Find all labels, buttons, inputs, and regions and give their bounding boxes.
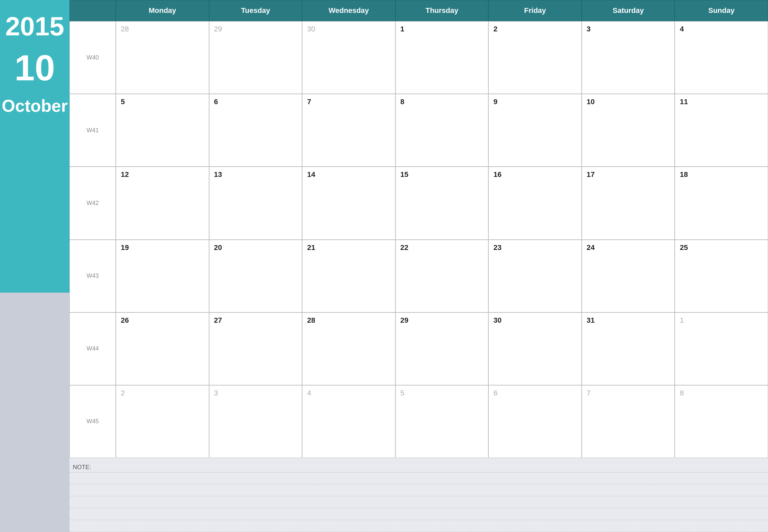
day-cell: 5 bbox=[116, 94, 209, 167]
week-label-W45: W45 bbox=[69, 385, 116, 458]
calendar-row-3: W4212131415161718 bbox=[69, 167, 768, 239]
day-cell: 7 bbox=[302, 94, 395, 167]
header-thursday: Thursday bbox=[395, 0, 489, 21]
day-cell: 30 bbox=[488, 312, 582, 385]
day-number: 5 bbox=[121, 98, 204, 106]
day-cell: 26 bbox=[116, 312, 209, 385]
week-label-W42: W42 bbox=[69, 167, 116, 239]
day-cell: 1 bbox=[395, 21, 489, 94]
day-cell: 14 bbox=[302, 167, 395, 239]
day-number: 24 bbox=[587, 243, 670, 252]
note-line-4 bbox=[69, 508, 768, 520]
day-number: 30 bbox=[307, 25, 390, 33]
day-cell: 3 bbox=[582, 21, 675, 94]
day-number: 20 bbox=[214, 243, 298, 252]
day-number: 23 bbox=[493, 243, 577, 252]
day-number: 21 bbox=[307, 243, 390, 252]
day-cell: 9 bbox=[488, 94, 582, 167]
notes-container: NOTE: bbox=[69, 458, 768, 532]
week-label-W40: W40 bbox=[69, 21, 116, 94]
day-number: 7 bbox=[587, 389, 670, 397]
note-label: NOTE: bbox=[69, 464, 768, 472]
week-label-W44: W44 bbox=[69, 312, 116, 385]
day-number: 2 bbox=[121, 389, 204, 397]
day-cell: 31 bbox=[582, 312, 675, 385]
sidebar: 2015 10 October bbox=[0, 0, 69, 532]
day-number: 26 bbox=[121, 316, 204, 325]
day-cell: 2 bbox=[488, 21, 582, 94]
calendar-row-2: W41567891011 bbox=[69, 94, 768, 167]
day-number: 2 bbox=[493, 25, 577, 33]
day-cell: 4 bbox=[675, 21, 768, 94]
day-cell: 20 bbox=[209, 240, 303, 312]
note-line-3 bbox=[69, 496, 768, 508]
day-number: 13 bbox=[214, 170, 298, 179]
day-number: 11 bbox=[680, 98, 763, 106]
day-cell: 13 bbox=[209, 167, 303, 239]
day-number: 28 bbox=[307, 316, 390, 325]
calendar-row-1: W402829301234 bbox=[69, 21, 768, 94]
day-cell: 16 bbox=[488, 167, 582, 239]
day-number: 6 bbox=[214, 98, 298, 106]
day-number: 16 bbox=[493, 170, 577, 179]
day-number: 18 bbox=[680, 170, 763, 179]
day-cell: 23 bbox=[488, 240, 582, 312]
day-number: 28 bbox=[121, 25, 204, 33]
header-tuesday: Tuesday bbox=[209, 0, 303, 21]
day-cell: 25 bbox=[675, 240, 768, 312]
day-number: 1 bbox=[400, 25, 484, 33]
day-number: 3 bbox=[587, 25, 670, 33]
day-number: 29 bbox=[400, 316, 484, 325]
day-cell: 12 bbox=[116, 167, 209, 239]
day-number: 10 bbox=[587, 98, 670, 106]
day-cell: 27 bbox=[209, 312, 303, 385]
day-cell: 10 bbox=[582, 94, 675, 167]
day-number: 17 bbox=[587, 170, 670, 179]
day-cell: 11 bbox=[675, 94, 768, 167]
day-cell: 1 bbox=[675, 312, 768, 385]
day-cell: 17 bbox=[582, 167, 675, 239]
day-cell: 3 bbox=[209, 385, 303, 458]
day-number: 22 bbox=[400, 243, 484, 252]
header-sunday: Sunday bbox=[675, 0, 768, 21]
day-cell: 6 bbox=[488, 385, 582, 458]
header-monday: Monday bbox=[116, 0, 209, 21]
week-label-W43: W43 bbox=[69, 240, 116, 312]
day-cell: 19 bbox=[116, 240, 209, 312]
day-cell: 6 bbox=[209, 94, 303, 167]
header-wednesday: Wednesday bbox=[302, 0, 395, 21]
day-number: 8 bbox=[680, 389, 763, 397]
calendar-row-5: W442627282930311 bbox=[69, 312, 768, 385]
day-number: 5 bbox=[400, 389, 484, 397]
day-cell: 29 bbox=[395, 312, 489, 385]
day-cell: 5 bbox=[395, 385, 489, 458]
note-line-1 bbox=[69, 472, 768, 484]
day-cell: 8 bbox=[395, 94, 489, 167]
week-label-W41: W41 bbox=[69, 94, 116, 167]
day-cell: 29 bbox=[209, 21, 303, 94]
calendar-header: Monday Tuesday Wednesday Thursday Friday… bbox=[69, 0, 768, 21]
day-cell: 22 bbox=[395, 240, 489, 312]
day-cell: 24 bbox=[582, 240, 675, 312]
day-number: 25 bbox=[680, 243, 763, 252]
day-cell: 4 bbox=[302, 385, 395, 458]
header-friday: Friday bbox=[488, 0, 582, 21]
calendar-grid: W402829301234W41567891011W42121314151617… bbox=[69, 21, 768, 458]
day-number: 12 bbox=[121, 170, 204, 179]
year-label: 2015 bbox=[5, 13, 64, 40]
day-number: 27 bbox=[214, 316, 298, 325]
note-line-5 bbox=[69, 520, 768, 532]
day-number: 7 bbox=[307, 98, 390, 106]
day-cell: 21 bbox=[302, 240, 395, 312]
day-cell: 7 bbox=[582, 385, 675, 458]
day-number: 3 bbox=[214, 389, 298, 397]
month-name-label: October bbox=[2, 96, 67, 116]
day-cell: 8 bbox=[675, 385, 768, 458]
day-number: 14 bbox=[307, 170, 390, 179]
day-cell: 28 bbox=[116, 21, 209, 94]
day-cell: 30 bbox=[302, 21, 395, 94]
calendar-main: Monday Tuesday Wednesday Thursday Friday… bbox=[69, 0, 768, 532]
day-number: 30 bbox=[493, 316, 577, 325]
day-number: 31 bbox=[587, 316, 670, 325]
day-number: 19 bbox=[121, 243, 204, 252]
